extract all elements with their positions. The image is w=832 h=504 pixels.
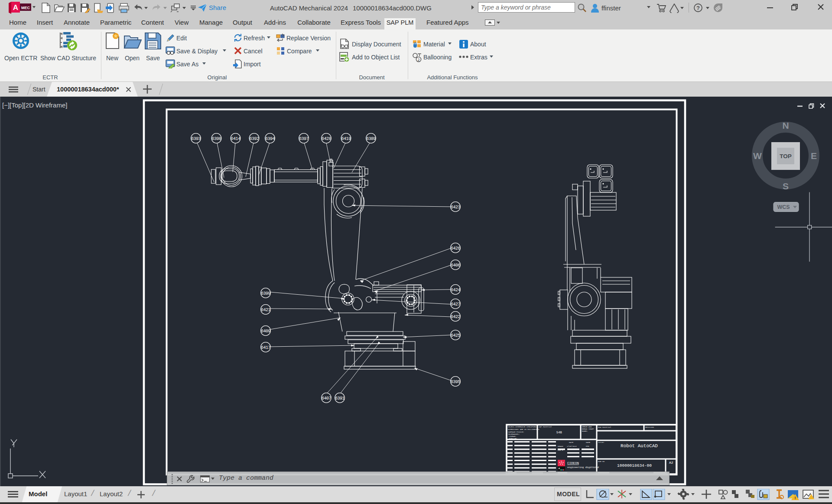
svg-text:Raw Material: Raw Material [598,426,611,428]
svg-text:6407: 6407 [322,396,332,401]
svg-text:6419: 6419 [341,137,351,141]
svg-text:TOLERANCES:: TOLERANCES: [508,433,520,435]
svg-text:6417: 6417 [261,345,271,350]
svg-text:10000018634-00: 10000018634-00 [617,463,652,468]
svg-text:CIDEON: CIDEON [567,462,579,465]
svg-text:6406: 6406 [451,263,461,268]
svg-text:6426: 6426 [451,246,461,251]
svg-text:E: E [811,151,817,161]
svg-text:DRAWN: DRAWN [558,445,563,447]
svg-text:6421: 6421 [261,308,271,312]
svg-text:TITLE:: TITLE: [598,442,604,443]
svg-text:6409: 6409 [261,329,271,334]
svg-text:W: W [753,151,762,161]
svg-text:6424: 6424 [451,288,461,293]
svg-text:A2: A2 [669,461,673,465]
svg-text:EDGES: EDGES [582,430,588,432]
svg-text:BREAK SHARP: BREAK SHARP [582,428,594,430]
svg-text:6393: 6393 [191,137,201,141]
svg-text:6422: 6422 [451,315,461,319]
svg-text:6414: 6414 [231,137,240,141]
svg-text:DEBUR AND: DEBUR AND [582,426,592,428]
svg-text:6425: 6425 [451,333,461,338]
svg-text:6395: 6395 [451,380,461,384]
svg-text:2: 2 [417,58,419,62]
svg-text:ANGULAR:: ANGULAR: [509,438,517,439]
svg-text:N: N [782,120,789,130]
svg-text:6398: 6398 [211,137,221,141]
svg-text:DIMENSIONS ARE IN MILLIMETERS: DIMENSIONS ARE IN MILLIMETERS [508,429,540,430]
svg-text:54B: 54B [556,431,562,434]
svg-text:A: A [13,3,18,12]
svg-text:TOP: TOP [780,153,792,159]
svg-text:REVISION: REVISION [645,426,654,428]
svg-text:S: S [783,181,789,191]
svg-text:?: ? [696,5,700,11]
svg-text:6399: 6399 [261,291,271,296]
svg-text:6391: 6391 [335,396,345,401]
svg-text:!: ! [795,496,796,500]
svg-text:6427: 6427 [451,302,461,307]
svg-text:6428: 6428 [322,137,332,141]
svg-text:Robot AutoCAD: Robot AutoCAD [621,443,658,449]
svg-text:SAP Material: SAP Material [539,426,552,428]
svg-text:MEC: MEC [21,6,30,10]
svg-text:6392: 6392 [249,137,259,141]
svg-text:6423: 6423 [451,205,461,210]
svg-text:UNLESS OTHERWISE SPECIFIED:: UNLESS OTHERWISE SPECIFIED: [508,426,537,428]
svg-text:DWG NO: DWG NO [598,461,605,462]
svg-text:6389: 6389 [366,137,376,141]
svg-text:WCS: WCS [777,204,790,210]
svg-text:engineering digitized: engineering digitized [567,466,599,469]
svg-text:FFR: FFR [586,445,589,447]
svg-text:SURFACE FINISH:: SURFACE FINISH: [508,431,524,433]
svg-text:LINEAR:: LINEAR: [509,436,517,437]
svg-text:DATE: DATE [569,442,574,443]
svg-text:6394: 6394 [265,137,275,141]
svg-text:2/15/2023: 2/15/2023 [567,445,577,447]
svg-text:NAME: NAME [586,442,591,443]
svg-text:6397: 6397 [299,137,309,141]
